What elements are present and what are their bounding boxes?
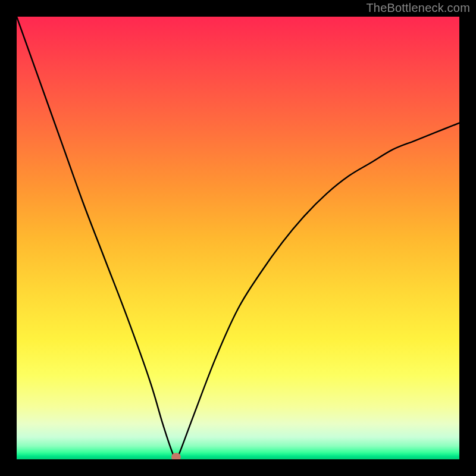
chart-frame: TheBottleneck.com (0, 0, 476, 476)
bottleneck-curve (17, 17, 459, 459)
watermark-label: TheBottleneck.com (366, 1, 470, 15)
plot-area (17, 17, 459, 459)
min-marker-dot (171, 453, 181, 459)
